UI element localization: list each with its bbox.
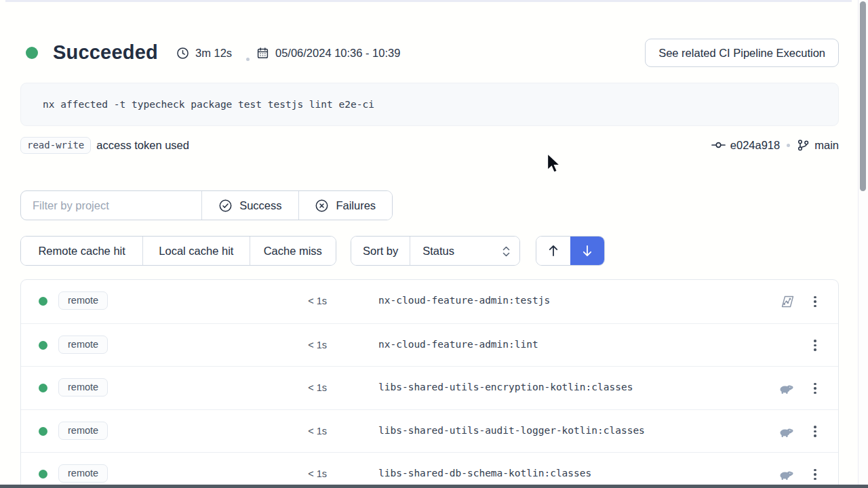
commit-icon: [711, 140, 726, 150]
run-duration: 3m 12s: [176, 38, 232, 68]
sort-select-value: Status: [422, 245, 454, 258]
run-header: Succeeded 3m 12s 05/06/2024 10:36 -: [20, 38, 839, 68]
arrow-up-icon: [547, 243, 560, 258]
task-status-dot: [39, 384, 47, 392]
remote-cache-hit-button[interactable]: Remote cache hit: [21, 237, 142, 265]
gradle-elephant-icon[interactable]: [778, 467, 795, 482]
separator-dot: [787, 144, 790, 147]
project-filter-input[interactable]: [21, 191, 201, 220]
chevron-up-down-icon: [501, 245, 511, 258]
sort-descending-button[interactable]: [570, 237, 604, 265]
run-datetime-text: 05/06/2024 10:36 - 10:39: [275, 47, 400, 60]
task-name: libs-shared-utils-encryption-kotlin:clas…: [378, 382, 633, 392]
token-label: access token used: [96, 139, 189, 152]
task-menu-button[interactable]: [810, 381, 821, 396]
task-row[interactable]: remote < 1s libs-shared-utils-audit-logg…: [21, 409, 838, 453]
cache-filter-bar: Remote cache hit Local cache hit Cache m…: [20, 236, 336, 266]
task-row[interactable]: remote < 1s libs-shared-db-schema-kotlin…: [21, 452, 838, 488]
run-status-title: Succeeded: [53, 41, 158, 64]
task-duration: < 1s: [272, 296, 327, 306]
sort-direction-toggle: [536, 236, 605, 266]
task-status-dot: [39, 341, 47, 350]
task-status-dot: [39, 427, 47, 436]
task-row[interactable]: remote < 1s nx-cloud-feature-admin:lint: [21, 323, 838, 367]
top-divider: [5, 0, 852, 2]
branch-name: main: [814, 139, 839, 152]
task-menu-button[interactable]: [810, 424, 821, 439]
cache-source-badge: remote: [58, 422, 108, 440]
access-token-row: read-write access token used: [20, 135, 189, 155]
task-name: libs-shared-utils-audit-logger-kotlin:cl…: [378, 425, 645, 436]
clock-icon: [176, 47, 189, 60]
run-datetime: 05/06/2024 10:36 - 10:39: [256, 38, 400, 68]
task-duration: < 1s: [272, 382, 327, 393]
separator-dot: [246, 52, 250, 64]
task-menu-button[interactable]: [810, 338, 821, 353]
task-status-dot: [39, 297, 47, 306]
status-dot: [26, 47, 38, 59]
filter-success-button[interactable]: Success: [201, 191, 298, 220]
bottom-edge-bar: [0, 485, 868, 488]
gradle-elephant-icon[interactable]: [778, 381, 795, 396]
task-row[interactable]: remote < 1s nx-cloud-feature-admin:testj…: [21, 280, 838, 323]
cache-source-badge: remote: [58, 291, 108, 310]
sort-ascending-button[interactable]: [536, 237, 570, 265]
sort-select[interactable]: Status: [410, 237, 519, 265]
vcs-info: e024a918 main: [711, 135, 839, 155]
run-duration-text: 3m 12s: [195, 47, 232, 60]
commit-chip[interactable]: e024a918: [711, 139, 780, 152]
mouse-cursor: [547, 153, 563, 174]
see-related-pipeline-button[interactable]: See related CI Pipeline Execution: [645, 39, 839, 67]
x-circle-icon: [315, 199, 329, 213]
filter-failures-button[interactable]: Failures: [298, 191, 392, 220]
task-duration: < 1s: [272, 468, 327, 479]
chart-nodes-icon[interactable]: [778, 294, 795, 309]
command-text: nx affected -t typecheck package test te…: [43, 99, 374, 110]
task-name: nx-cloud-feature-admin:testjs: [378, 295, 550, 306]
task-name: nx-cloud-feature-admin:lint: [378, 339, 538, 350]
cache-source-badge: remote: [58, 464, 108, 483]
task-menu-button[interactable]: [810, 294, 821, 309]
filter-success-label: Success: [239, 199, 281, 212]
scrollbar-thumb[interactable]: [860, 1, 866, 191]
task-row[interactable]: remote < 1s libs-shared-utils-encryption…: [21, 366, 838, 409]
arrow-down-icon: [580, 243, 594, 258]
task-status-dot: [39, 470, 47, 479]
task-list: remote < 1s nx-cloud-feature-admin:testj…: [20, 279, 839, 488]
sort-by-label: Sort by: [351, 237, 410, 265]
task-menu-button[interactable]: [810, 467, 821, 482]
task-duration: < 1s: [272, 340, 327, 350]
task-name: libs-shared-db-schema-kotlin:classes: [378, 468, 591, 479]
cache-miss-button[interactable]: Cache miss: [250, 237, 336, 265]
run-details-page: Succeeded 3m 12s 05/06/2024 10:36 -: [0, 0, 868, 488]
command-box: nx affected -t typecheck package test te…: [20, 83, 839, 126]
cache-source-badge: remote: [58, 336, 108, 354]
local-cache-hit-button[interactable]: Local cache hit: [142, 237, 249, 265]
calendar-icon: [256, 47, 269, 60]
task-duration: < 1s: [272, 426, 327, 436]
token-scope-badge: read-write: [20, 137, 91, 154]
filter-bar: Success Failures: [20, 190, 393, 220]
branch-chip[interactable]: main: [797, 139, 839, 152]
cache-source-badge: remote: [58, 378, 108, 396]
gradle-elephant-icon[interactable]: [778, 424, 795, 439]
git-branch-icon: [797, 139, 810, 152]
check-circle-icon: [218, 199, 233, 213]
sort-bar: Sort by Status: [351, 236, 520, 266]
filter-failures-label: Failures: [336, 199, 376, 212]
commit-sha: e024a918: [730, 139, 780, 152]
scrollbar-track: [858, 0, 868, 485]
